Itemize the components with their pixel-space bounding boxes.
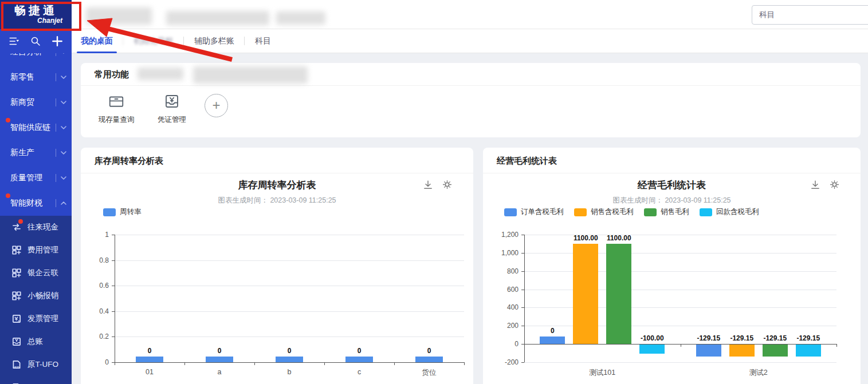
common-functions-card: 常用功能 现存量查询凭证管理 +	[81, 63, 861, 137]
legend-swatch	[700, 208, 712, 216]
logo-title: 畅捷通	[0, 3, 72, 18]
sidebar-item-label: 新生产	[10, 148, 34, 158]
sidebar-item-2[interactable]: 新商贸	[0, 90, 72, 115]
sidebar-item-label: 经营分析	[10, 53, 42, 57]
x-axis-tick	[681, 344, 681, 347]
x-axis-tick	[324, 362, 325, 365]
sidebar-subitem-4[interactable]: 发票管理	[0, 307, 72, 330]
legend-item-0[interactable]: 周转率	[103, 207, 142, 217]
gear-icon[interactable]	[442, 180, 453, 190]
search-icon[interactable]	[29, 34, 42, 48]
chart-title: 经营毛利统计表	[483, 179, 861, 192]
gridline	[115, 286, 464, 286]
legend-swatch	[504, 208, 517, 216]
redacted-text	[138, 68, 183, 80]
y-axis-tick-label: 1,200	[490, 231, 519, 239]
chart-legend: 订单含税毛利销售含税毛利销售毛利回款含税毛利	[504, 207, 759, 217]
function-item-0[interactable]: 现存量查询	[89, 93, 144, 125]
sidebar-subitem-label: 银企云联	[28, 268, 58, 278]
chart-toolbar	[810, 180, 840, 190]
tab-1[interactable]: 初始化导航	[133, 36, 174, 46]
sidebar-subitem-3[interactable]: 小畅报销	[0, 284, 72, 307]
app-root: 我的桌面初始化导航辅助多栏账科目 畅捷通 Chanjet 经营分析新零售新商贸智…	[0, 0, 868, 384]
app-logo[interactable]: 畅捷通 Chanjet	[0, 0, 72, 29]
x-axis-category-label: 货位	[386, 368, 472, 378]
x-axis-tick	[836, 344, 837, 347]
chart-generated-time: 图表生成时间： 2023-03-09 11:25:25	[483, 196, 861, 205]
gridline	[524, 253, 836, 254]
legend-item-3[interactable]: 回款含税毛利	[700, 207, 759, 217]
bar	[345, 357, 373, 362]
tab-3[interactable]: 科目	[255, 36, 271, 46]
bar-value-label: 0	[332, 347, 387, 355]
sidebar-subitem-6[interactable]: UFO原T-UFO	[0, 353, 72, 376]
bar	[540, 337, 565, 344]
chevron-down-icon	[56, 53, 67, 65]
sidebar-subitem-7[interactable]: UFOT-UFO	[0, 376, 72, 384]
download-icon[interactable]	[810, 180, 820, 190]
y-axis-tick-label: 0.2	[80, 332, 109, 341]
tab-0[interactable]: 我的桌面	[81, 36, 113, 46]
gear-icon[interactable]	[830, 180, 840, 190]
bar	[729, 345, 755, 357]
sidebar-subitem-0[interactable]: 往来现金	[0, 216, 72, 239]
sidebar-subitem-5[interactable]: 总账	[0, 330, 72, 353]
x-axis-tick	[115, 362, 115, 365]
sidebar-subitem-1[interactable]: 费用管理	[0, 239, 72, 262]
legend-item-1[interactable]: 销售含税毛利	[574, 207, 634, 217]
y-axis-line	[524, 235, 525, 362]
bar-value-label: 1100.00	[591, 234, 646, 242]
sidebar-item-5[interactable]: 质量管理	[0, 165, 72, 191]
menu-collapse-icon[interactable]	[7, 34, 21, 48]
redacted-text	[193, 66, 308, 84]
inventory-icon	[108, 93, 125, 110]
x-axis-category-label: 测试2	[716, 368, 802, 378]
chevron-down-icon	[56, 65, 67, 90]
sidebar-subitem-2[interactable]: 银企云联	[0, 262, 72, 284]
function-item-label: 凭证管理	[158, 115, 186, 125]
bar	[206, 357, 233, 362]
search-input[interactable]	[752, 5, 868, 25]
y-axis-tick-label: 0	[80, 358, 109, 366]
sidebar-menu: 经营分析新零售新商贸智能供应链新生产质量管理智能财税往来现金费用管理银企云联小畅…	[0, 53, 72, 384]
add-function-button[interactable]: +	[205, 94, 228, 117]
card-title: 库存周转率分析表	[81, 148, 473, 173]
sidebar-item-label: 新商贸	[10, 97, 34, 108]
y-axis-tick-label: 200	[490, 322, 519, 330]
y-axis-tick-label: 0.8	[80, 256, 109, 264]
ufo-icon: UFO	[11, 359, 22, 370]
chevron-down-icon	[56, 140, 67, 165]
download-icon[interactable]	[423, 180, 433, 190]
add-icon[interactable]	[50, 34, 64, 48]
x-axis-tick	[184, 362, 185, 365]
gridline	[115, 260, 464, 261]
bar-value-label: 0	[525, 327, 580, 335]
function-item-1[interactable]: 凭证管理	[144, 93, 199, 125]
sidebar-subitem-label: 发票管理	[28, 314, 58, 324]
inventory-turnover-card: 库存周转率分析表 库存周转率分析表 图表生成时间： 2023-03-09 11:…	[81, 148, 473, 384]
sidebar-subitem-label: 往来现金	[28, 222, 58, 232]
modules-icon	[11, 291, 22, 301]
sidebar-item-3[interactable]: 智能供应链	[0, 115, 72, 140]
gridline	[524, 326, 836, 326]
chart-title: 库存周转率分析表	[81, 179, 473, 192]
card-title: 经营毛利统计表	[483, 148, 861, 173]
gridline	[524, 307, 836, 308]
legend-item-2[interactable]: 销售毛利	[644, 207, 689, 217]
svg-text:UFO: UFO	[13, 366, 19, 369]
y-axis-tick-label: 800	[490, 267, 519, 275]
sidebar-item-4[interactable]: 新生产	[0, 140, 72, 165]
bar-value-label: -100.00	[625, 334, 680, 342]
sidebar-item-0[interactable]: 经营分析	[0, 53, 72, 65]
chart-generated-time: 图表生成时间： 2023-03-09 11:25:25	[81, 196, 473, 205]
x-axis-tick	[394, 362, 395, 365]
legend-label: 周转率	[120, 207, 142, 217]
modules-icon	[11, 268, 22, 278]
legend-item-0[interactable]: 订单含税毛利	[504, 207, 564, 217]
sidebar-item-6[interactable]: 智能财税	[0, 191, 72, 216]
bar-value-label: 0	[122, 347, 177, 355]
bar	[763, 345, 788, 357]
tab-2[interactable]: 辅助多栏账	[194, 36, 234, 46]
sidebar-item-1[interactable]: 新零售	[0, 65, 72, 90]
y-axis-tick	[521, 362, 524, 363]
